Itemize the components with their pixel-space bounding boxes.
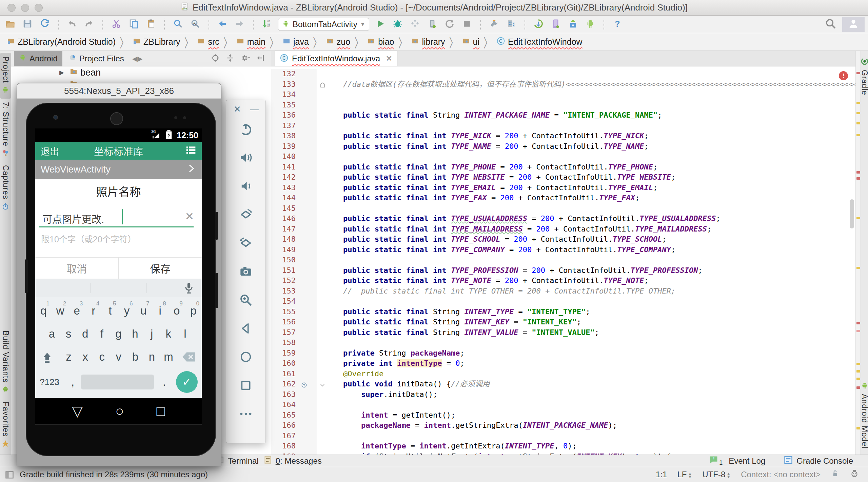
tool-stripe-gradle[interactable]: Gradle (859, 54, 868, 99)
code-line[interactable]: 155 public static final String INTENT_TY… (271, 307, 855, 317)
key-p[interactable]: p0 (185, 300, 202, 322)
code-line[interactable]: 138 public static final int TYPE_NICK = … (271, 131, 855, 141)
breadcrumb-item-zblibrary[interactable]: ZBLibrary (131, 37, 182, 47)
user-avatar[interactable] (842, 17, 865, 32)
minimize-window-button[interactable] (21, 4, 29, 12)
nav-overview-icon[interactable]: □ (157, 403, 165, 419)
code-line[interactable]: 162 public void initData() {//必须调用 (271, 379, 855, 389)
key-y[interactable]: y6 (119, 300, 135, 322)
expand-arrow-icon[interactable]: ▶ (59, 69, 67, 76)
clear-input-icon[interactable]: × (185, 208, 194, 224)
code-line[interactable]: 159 private String packageName; (271, 348, 855, 359)
code-line[interactable]: 141 public static final int TYPE_PHONE =… (271, 162, 855, 173)
folded-region-icon[interactable] (320, 81, 326, 91)
nav-home-icon[interactable]: ○ (115, 403, 124, 419)
context-widget[interactable]: Context: <no context> (741, 470, 821, 479)
code-line[interactable]: 136 public static final String INTENT_PA… (271, 110, 855, 121)
panel-expander-icon[interactable]: ◀▶ (132, 55, 143, 63)
redo-button[interactable] (83, 18, 95, 31)
code-line[interactable]: 168 intentType = intent.getIntExtra(INTE… (271, 441, 855, 451)
forward-button[interactable] (234, 18, 246, 31)
code-line[interactable]: 153 // public static final int TYPE_OTHE… (271, 286, 855, 297)
key-t[interactable]: t5 (102, 300, 118, 322)
key-w[interactable]: w2 (52, 300, 68, 322)
toolwindow-button-event-log[interactable]: !1Event Log (709, 455, 765, 467)
key-m[interactable]: m (160, 346, 177, 368)
key-j[interactable]: j (143, 323, 160, 345)
key-i[interactable]: i8 (152, 300, 169, 322)
tree-row[interactable]: ▶bean (11, 66, 271, 79)
toolwindow-button-terminal[interactable]: Terminal (216, 456, 259, 466)
stripe-mark[interactable] (856, 363, 860, 365)
stripe-mark[interactable] (856, 330, 860, 332)
toolwindow-toggle-icon[interactable] (5, 470, 14, 482)
code-line[interactable]: 143 public static final int TYPE_EMAIL =… (271, 183, 855, 193)
code-line[interactable]: 164 (271, 400, 855, 410)
zoom-window-button[interactable] (35, 4, 43, 12)
breadcrumb-item-zuo[interactable]: zuo (324, 37, 352, 47)
code-line[interactable]: 132 (271, 69, 855, 79)
emulator-window-title[interactable]: 5554:Nexus_5_API_23_x86 (17, 83, 221, 99)
undo-button[interactable] (66, 18, 78, 31)
key-k[interactable]: k (160, 323, 177, 345)
emulator-camera-button[interactable] (239, 257, 253, 286)
code-line[interactable]: 166 packageName = intent.getStringExtra(… (271, 420, 855, 431)
code-line[interactable]: 139 public static final int TYPE_NAME = … (271, 141, 855, 152)
code-line[interactable]: 145 (271, 203, 855, 214)
breadcrumb-item-ui[interactable]: ui (460, 37, 481, 47)
emulator-toolbar-minimize-icon[interactable]: — (250, 104, 258, 115)
code-line[interactable]: 133 //data数据区(存在数据获取或处理代码，但不存在事件监听代码)<<<… (271, 79, 855, 90)
replace-button[interactable]: A (189, 18, 201, 31)
key-z[interactable]: z (60, 346, 77, 368)
space-key[interactable] (81, 375, 154, 389)
code-line[interactable]: 157 public static final String INTENT_VA… (271, 327, 855, 338)
key-s[interactable]: s (60, 323, 77, 345)
code-line[interactable]: 150 (271, 255, 855, 265)
tool-stripe-build-variants[interactable]: Build Variants (0, 327, 11, 398)
onscreen-keyboard[interactable]: q1w2e3r4t5y6u7i8o9p0asdfghjklzxcvbnm?123… (35, 297, 202, 398)
sdk-button[interactable] (567, 18, 579, 31)
shift-key[interactable] (37, 346, 57, 368)
stripe-mark[interactable] (856, 217, 860, 219)
hidepanel-icon[interactable] (256, 54, 265, 64)
nav-back-icon[interactable]: ▽ (72, 403, 83, 419)
emulator-ehome-button[interactable] (239, 343, 253, 371)
toolwindow-button-gradle-console[interactable]: Gradle Console (784, 455, 853, 467)
caret-position-widget[interactable]: 1:1 (656, 470, 667, 479)
code-line[interactable]: 156 public static final String INTENT_KE… (271, 317, 855, 327)
key-x[interactable]: x (77, 346, 94, 368)
code-line[interactable]: 169 if (StringUtil.isNotEmpty(intent.get… (271, 451, 855, 455)
key-q[interactable]: q1 (35, 300, 52, 322)
back-button[interactable] (216, 18, 229, 31)
emulator-volup-button[interactable] (239, 143, 253, 172)
collapseall-icon[interactable] (226, 54, 235, 64)
code-area[interactable]: 132133 //data数据区(存在数据获取或处理代码，但不存在事件监听代码)… (271, 66, 855, 455)
editor-scrollbar[interactable] (850, 199, 854, 228)
code-line[interactable]: 144 public static final int TYPE_FAX = 2… (271, 193, 855, 203)
emulator-zoomin-button[interactable] (239, 286, 253, 314)
coverage-button[interactable] (409, 18, 421, 31)
key-h[interactable]: h (127, 323, 143, 345)
key-d[interactable]: d (77, 323, 94, 345)
close-window-button[interactable] (7, 4, 16, 12)
emulator-rotr-button[interactable] (239, 229, 253, 257)
breadcrumb-item-library[interactable]: library (409, 37, 447, 47)
stripe-mark[interactable] (856, 102, 860, 104)
cut-button[interactable] (110, 18, 122, 31)
code-line[interactable]: 148 public static final int TYPE_SCHOOL … (271, 234, 855, 245)
key-n[interactable]: n (144, 346, 160, 368)
sort-button[interactable]: 011001 (261, 18, 273, 31)
copy-button[interactable] (127, 18, 140, 31)
code-line[interactable]: 154 (271, 296, 855, 307)
rerun-button[interactable] (443, 18, 456, 31)
code-line[interactable]: 135 (271, 100, 855, 111)
symbols-key[interactable]: ?123 (38, 371, 61, 393)
paste-button[interactable] (145, 18, 157, 31)
stop-button[interactable] (461, 18, 473, 31)
code-line[interactable]: 167 (271, 431, 855, 441)
code-line[interactable]: 142 public static final int TYPE_WEBSITE… (271, 172, 855, 183)
gear-icon[interactable] (241, 53, 250, 64)
key-g[interactable]: g (110, 323, 127, 345)
code-line[interactable]: 161 @Override (271, 369, 855, 379)
stripe-mark[interactable] (856, 370, 860, 373)
